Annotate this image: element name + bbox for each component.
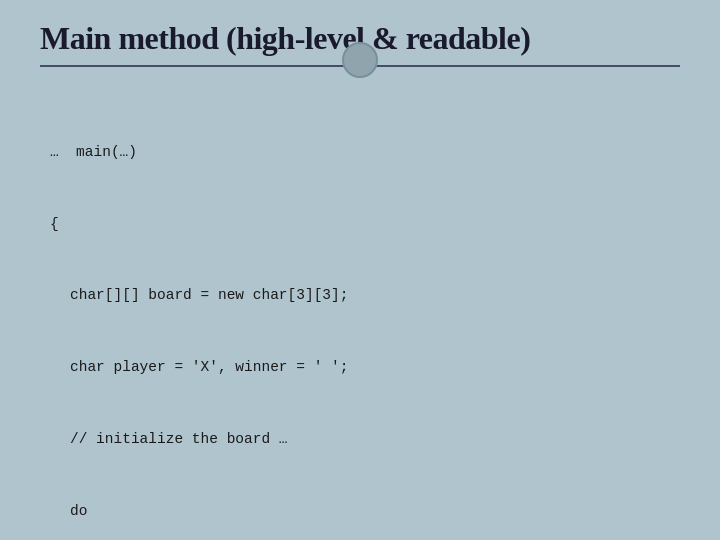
code-line-2: { [50, 213, 680, 237]
circle-decoration [342, 42, 378, 78]
code-line-3: char[][] board = new char[3][3]; [50, 284, 680, 308]
code-line-6: do [50, 500, 680, 524]
code-line-4: char player = 'X', winner = ' '; [50, 356, 680, 380]
slide-container: Main method (high-level & readable) … ma… [0, 0, 720, 540]
code-line-5: // initialize the board … [50, 428, 680, 452]
code-block: … main(…) { char[][] board = new char[3]… [40, 93, 680, 540]
code-line-1: … main(…) [50, 141, 680, 165]
